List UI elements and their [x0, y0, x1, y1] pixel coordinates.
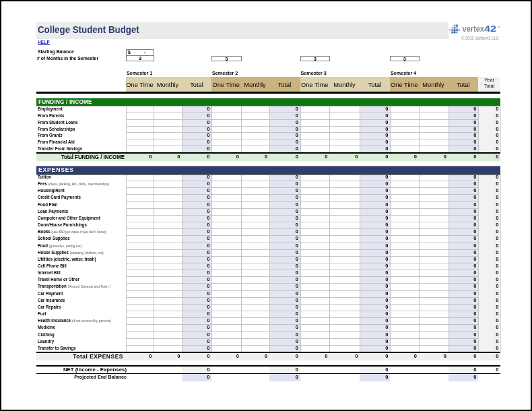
- svg-text:42: 42: [484, 24, 496, 34]
- svg-text:TM: TM: [498, 26, 501, 29]
- svg-text:© 2011 Vertex42 LLC: © 2011 Vertex42 LLC: [461, 36, 499, 40]
- svg-text:vertex: vertex: [463, 24, 485, 34]
